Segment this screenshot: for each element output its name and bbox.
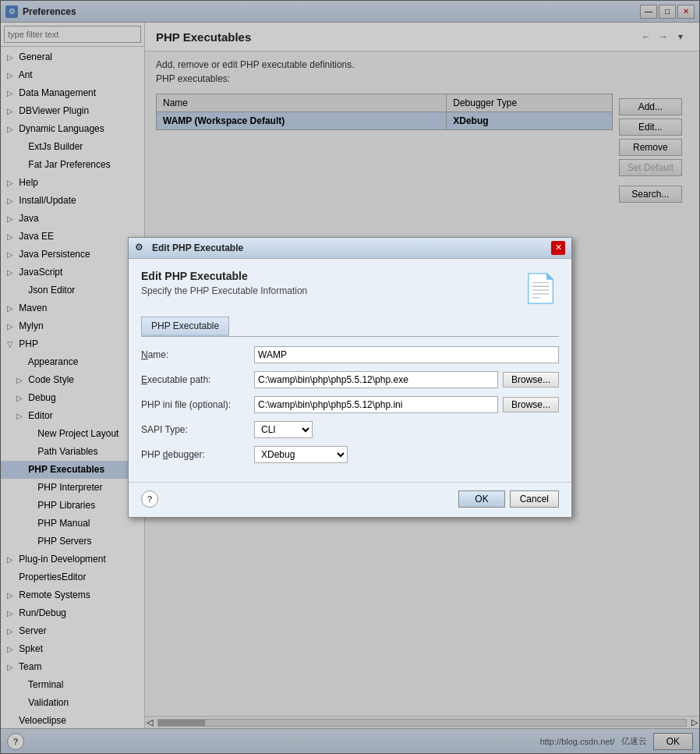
field-label-name: Name: — [141, 349, 254, 360]
modal-window: ⚙ Edit PHP Executable ✕ Edit PHP Executa… — [128, 237, 572, 518]
modal-close-button[interactable]: ✕ — [551, 241, 565, 255]
field-label-sapi: SAPI Type: — [141, 424, 254, 435]
field-ini-file[interactable] — [254, 396, 498, 413]
form-row-exec-path: Executable path: Browse... — [141, 371, 559, 388]
modal-title-bar: ⚙ Edit PHP Executable ✕ — [129, 238, 571, 259]
field-name[interactable] — [254, 346, 559, 363]
modal-header-title: Edit PHP Executable — [141, 270, 307, 282]
modal-title-left: ⚙ Edit PHP Executable — [135, 242, 243, 254]
field-debugger[interactable]: XDebug Zend Debugger None — [254, 446, 348, 463]
form-row-debugger: PHP debugger: XDebug Zend Debugger None — [141, 446, 559, 463]
modal-overlay: ⚙ Edit PHP Executable ✕ Edit PHP Executa… — [0, 0, 700, 754]
field-exec-path[interactable] — [254, 371, 498, 388]
field-sapi[interactable]: CLI CGI FastCGI — [254, 421, 313, 438]
modal-header-icon: 📄 — [521, 270, 559, 307]
form-row-ini-file: PHP ini file (optional): Browse... — [141, 396, 559, 413]
form-row-name: Name: — [141, 346, 559, 363]
modal-help-button[interactable]: ? — [141, 490, 158, 508]
document-icon: 📄 — [523, 272, 558, 305]
sapi-select-wrapper: CLI CGI FastCGI — [254, 421, 313, 438]
modal-header-text: Edit PHP Executable Specify the PHP Exec… — [141, 270, 307, 296]
field-label-exec-path: Executable path: — [141, 374, 254, 385]
modal-header-desc: Specify the PHP Executable Information — [141, 285, 307, 296]
modal-ok-button[interactable]: OK — [458, 490, 504, 508]
modal-header-section: Edit PHP Executable Specify the PHP Exec… — [141, 270, 559, 307]
modal-body: Edit PHP Executable Specify the PHP Exec… — [129, 259, 571, 482]
field-label-ini-file: PHP ini file (optional): — [141, 399, 254, 410]
tab-php-executable[interactable]: PHP Executable — [141, 317, 229, 336]
browse-exec-button[interactable]: Browse... — [503, 372, 559, 388]
modal-footer: ? OK Cancel — [129, 482, 571, 517]
modal-title: Edit PHP Executable — [152, 242, 243, 253]
tab-strip: PHP Executable — [141, 317, 559, 337]
modal-footer-buttons: OK Cancel — [458, 490, 559, 508]
modal-icon: ⚙ — [135, 242, 147, 254]
browse-ini-button[interactable]: Browse... — [503, 397, 559, 412]
modal-cancel-button[interactable]: Cancel — [510, 490, 559, 508]
debugger-select-wrapper: XDebug Zend Debugger None — [254, 446, 348, 463]
form-row-sapi: SAPI Type: CLI CGI FastCGI — [141, 421, 559, 438]
field-label-debugger: PHP debugger: — [141, 449, 254, 460]
